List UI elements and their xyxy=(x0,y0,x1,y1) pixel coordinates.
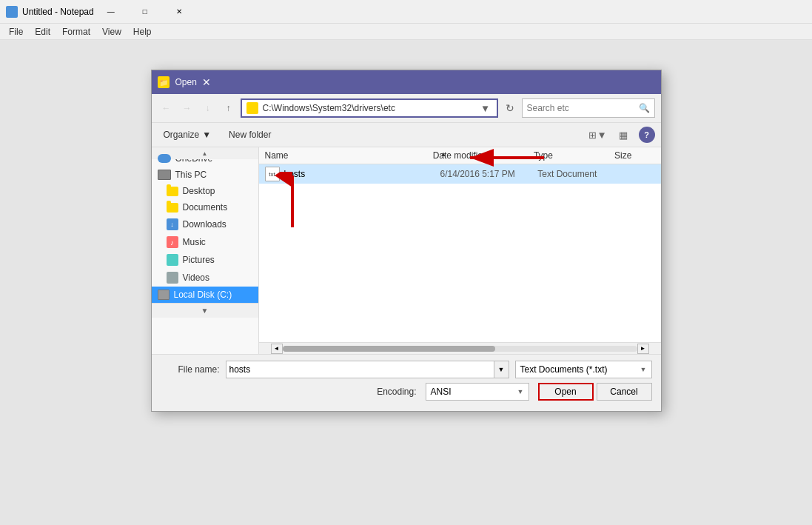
pc-icon xyxy=(158,170,171,180)
filetype-dropdown[interactable]: Text Documents (*.txt) ▼ xyxy=(515,361,652,378)
sidebar-item-label: Music xyxy=(183,237,206,247)
titlebar-controls: — □ ✕ xyxy=(94,0,196,24)
preview-button[interactable]: ▦ xyxy=(614,126,633,144)
back-button[interactable]: ← xyxy=(158,99,175,117)
sidebar-item-documents[interactable]: Documents xyxy=(152,199,258,215)
col-size-header[interactable]: Size xyxy=(614,150,655,161)
file-icon: txt xyxy=(265,167,280,181)
search-icon-button[interactable]: 🔍 xyxy=(639,103,650,113)
sidebar-item-thispc[interactable]: This PC xyxy=(152,167,258,183)
sidebar-item-label: Pictures xyxy=(183,255,215,265)
dialog-icon: 📁 xyxy=(158,76,170,88)
sidebar-item-pictures[interactable]: Pictures xyxy=(152,251,258,269)
horizontal-scrollbar[interactable]: ◄ ► xyxy=(259,342,661,354)
new-folder-button[interactable]: New folder xyxy=(223,127,277,142)
col-date-header[interactable]: Date modified xyxy=(433,150,534,161)
address-bar-row: ← → ↓ ↑ C:\Windows\System32\drivers\etc … xyxy=(152,94,661,123)
file-type: Text Document xyxy=(537,169,615,179)
forward-button[interactable]: → xyxy=(178,99,196,117)
dialog-bottom: File name: ▼ Text Documents (*.txt) ▼ En… xyxy=(152,355,661,411)
close-button[interactable]: ✕ xyxy=(162,0,196,24)
sidebar-item-localdisk[interactable]: Local Disk (C:) xyxy=(152,287,258,303)
search-input[interactable] xyxy=(527,103,639,113)
scroll-left-button[interactable]: ◄ xyxy=(271,344,283,354)
scrollbar-thumb[interactable] xyxy=(283,346,495,352)
filename-label: File name: xyxy=(161,364,220,375)
help-button[interactable]: ? xyxy=(639,127,655,143)
pictures-icon xyxy=(167,254,178,266)
left-nav: ▲ OneDrive This PC Desktop xyxy=(152,147,259,354)
filetype-value: Text Documents (*.txt) xyxy=(520,364,608,375)
organize-label: Organize xyxy=(164,130,200,140)
file-list: Name ▲ Date modified Type Size txt hosts… xyxy=(259,147,661,354)
encoding-row: Encoding: ANSI ▼ Open Cancel xyxy=(161,383,652,401)
menu-file[interactable]: File xyxy=(3,25,29,39)
file-items: txt hosts 6/14/2016 5:17 PM Text Documen… xyxy=(259,164,661,342)
address-icon xyxy=(246,102,258,114)
folder-icon xyxy=(167,187,178,196)
address-text: C:\Windows\System32\drivers\etc xyxy=(263,103,479,113)
file-name: hosts xyxy=(284,169,440,179)
file-date: 6/14/2016 5:17 PM xyxy=(440,169,537,179)
col-name-header[interactable]: Name xyxy=(265,150,433,161)
filename-input[interactable] xyxy=(227,361,494,378)
sidebar-item-label: This PC xyxy=(175,170,207,180)
sidebar-item-music[interactable]: ♪ Music xyxy=(152,233,258,251)
refresh-button[interactable]: ↻ xyxy=(501,99,519,117)
table-row[interactable]: txt hosts 6/14/2016 5:17 PM Text Documen… xyxy=(259,164,661,184)
encoding-arrow: ▼ xyxy=(517,388,524,395)
encoding-label: Encoding: xyxy=(377,387,416,397)
sidebar-item-desktop[interactable]: Desktop xyxy=(152,183,258,199)
col-type-header[interactable]: Type xyxy=(534,150,614,161)
sidebar-item-label: Desktop xyxy=(183,186,215,196)
nav-scroll-down[interactable]: ▼ xyxy=(152,303,258,318)
window-title: Untitled - Notepad xyxy=(22,7,94,17)
toolbar-row: Organize ▼ New folder ⊞▼ ▦ ? xyxy=(152,123,661,147)
menubar: File Edit Format View Help xyxy=(0,24,812,40)
open-dialog: 📁 Open ✕ ← → ↓ ↑ C:\Windows\System32\dri… xyxy=(151,70,662,412)
sidebar-item-label: Downloads xyxy=(183,219,227,230)
filename-input-wrapper: ▼ xyxy=(226,361,509,378)
cloud-icon xyxy=(158,154,171,163)
sidebar-item-videos[interactable]: Videos xyxy=(152,269,258,287)
address-field[interactable]: C:\Windows\System32\drivers\etc ▼ xyxy=(241,98,498,118)
app-icon xyxy=(6,6,18,18)
downloads-icon: ↓ xyxy=(167,218,178,230)
menu-edit[interactable]: Edit xyxy=(29,25,56,39)
dialog-body: ▲ OneDrive This PC Desktop xyxy=(152,147,661,355)
notepad-content: 📁 Open ✕ ← → ↓ ↑ C:\Windows\System32\dri… xyxy=(0,40,812,525)
search-field[interactable]: 🔍 xyxy=(522,98,655,118)
filename-dropdown-button[interactable]: ▼ xyxy=(494,361,509,378)
encoding-value: ANSI xyxy=(431,387,452,397)
scroll-right-button[interactable]: ► xyxy=(637,344,649,354)
drive-icon xyxy=(158,290,170,300)
filename-row: File name: ▼ Text Documents (*.txt) ▼ xyxy=(161,361,652,378)
bottom-actions: Open Cancel xyxy=(538,383,652,401)
dialog-close-button[interactable]: ✕ xyxy=(197,75,216,90)
organize-arrow: ▼ xyxy=(202,130,211,140)
dialog-title: Open xyxy=(175,77,197,87)
sort-arrow: ▲ xyxy=(440,150,447,158)
file-list-header: Name ▲ Date modified Type Size xyxy=(259,147,661,164)
sidebar-item-label: Videos xyxy=(183,272,209,283)
cancel-button[interactable]: Cancel xyxy=(597,383,652,401)
music-icon: ♪ xyxy=(167,236,178,248)
encoding-dropdown[interactable]: ANSI ▼ xyxy=(426,383,529,401)
window-titlebar: Untitled - Notepad — □ ✕ xyxy=(0,0,812,24)
minimize-button[interactable]: — xyxy=(94,0,128,24)
organize-button[interactable]: Organize ▼ xyxy=(158,127,218,142)
maximize-button[interactable]: □ xyxy=(128,0,162,24)
open-button[interactable]: Open xyxy=(538,383,594,401)
filetype-arrow: ▼ xyxy=(640,366,647,373)
recent-button[interactable]: ↓ xyxy=(199,99,217,117)
menu-view[interactable]: View xyxy=(96,25,127,39)
dialog-titlebar: 📁 Open ✕ xyxy=(152,70,661,94)
address-dropdown-button[interactable]: ▼ xyxy=(479,100,492,116)
sidebar-item-label: Documents xyxy=(183,202,228,213)
view-button[interactable]: ⊞▼ xyxy=(588,126,608,144)
folder-icon xyxy=(167,203,178,213)
menu-help[interactable]: Help xyxy=(127,25,158,39)
up-button[interactable]: ↑ xyxy=(220,99,238,117)
menu-format[interactable]: Format xyxy=(56,25,96,39)
sidebar-item-downloads[interactable]: ↓ Downloads xyxy=(152,215,258,233)
